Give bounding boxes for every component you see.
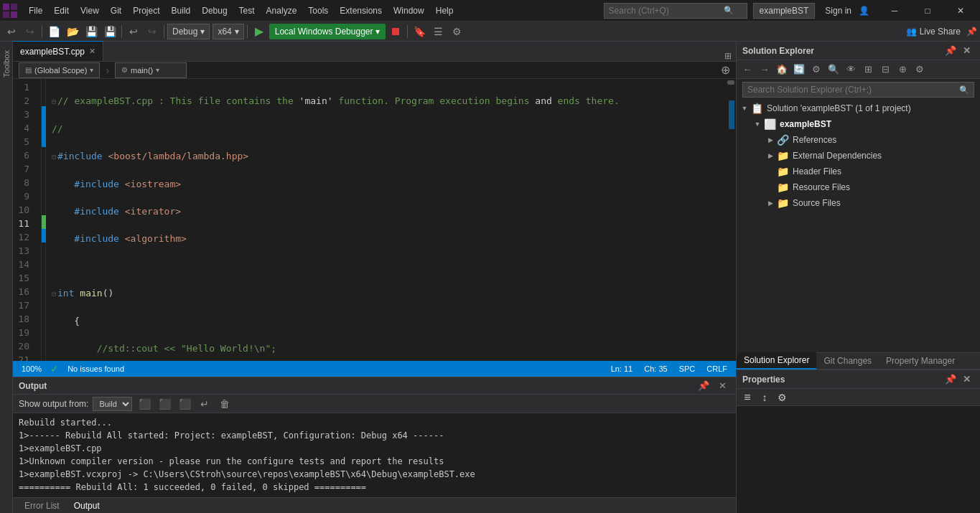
code-editor[interactable]: 1 2 3 4 5 6 7 8 9 10 11 12 13 14 15 16 1…	[13, 79, 736, 361]
output-align-center[interactable]: ⬛	[157, 397, 172, 411]
menu-project[interactable]: Project	[127, 3, 165, 19]
save-all-button[interactable]: 💾	[101, 24, 118, 39]
close-tab-icon[interactable]: ✕	[89, 47, 95, 56]
output-align-right[interactable]: ⬛	[177, 397, 192, 411]
menu-help[interactable]: Help	[430, 3, 459, 19]
redo-button[interactable]: ↪	[144, 24, 161, 39]
save-button[interactable]: 💾	[83, 24, 100, 39]
tree-solution[interactable]: ▼ 📋 Solution 'exampleBST' (1 of 1 projec…	[737, 100, 980, 116]
pin-icon[interactable]: 📌	[966, 27, 977, 37]
se-close-button[interactable]: ✕	[958, 44, 974, 58]
bottom-tab-error-list[interactable]: Error List	[19, 499, 65, 512]
menu-file[interactable]: File	[23, 3, 48, 19]
output-line-5: 1>exampleBST.vcxproj -> C:\Users\CStroh\…	[19, 468, 720, 481]
output-align-left[interactable]: ⬛	[136, 397, 152, 411]
editor-tab-examplebst[interactable]: exampleBST.cpp ✕	[13, 41, 103, 61]
menu-analyze[interactable]: Analyze	[261, 3, 303, 19]
menu-git[interactable]: Git	[105, 3, 127, 19]
editor-scrollbar[interactable]	[726, 79, 736, 361]
output-close-button[interactable]: ✕	[714, 379, 730, 393]
toolbar-extra-1[interactable]: 🔖	[411, 24, 428, 39]
menu-tools[interactable]: Tools	[302, 3, 334, 19]
se-collapse-all[interactable]: ⊟	[877, 62, 893, 77]
platform-dropdown[interactable]: x64 ▾	[213, 24, 243, 39]
resource-expand-icon[interactable]	[765, 182, 775, 192]
tree-references[interactable]: ▶ 🔗 References	[737, 132, 980, 148]
zoom-level[interactable]: 100%	[19, 364, 45, 373]
function-dropdown[interactable]: ⚙ main() ▾	[115, 62, 187, 78]
solution-expand-icon[interactable]: ▼	[739, 103, 750, 113]
se-home[interactable]: 🏠	[774, 62, 790, 77]
status-text[interactable]: No issues found	[65, 364, 127, 373]
prop-categorized-icon[interactable]: ≡	[739, 390, 755, 405]
se-expand-all[interactable]: ⊞	[860, 62, 876, 77]
references-expand-icon[interactable]: ▶	[765, 135, 775, 145]
tree-resource-files[interactable]: 📁 Resource Files	[737, 179, 980, 195]
run-config-button[interactable]: Local Windows Debugger ▾	[269, 24, 386, 39]
back-nav-button[interactable]: ↩	[3, 24, 20, 39]
se-nav-back[interactable]: ←	[739, 62, 755, 77]
signin-button[interactable]: Sign in	[821, 6, 856, 16]
bottom-tab-output[interactable]: Output	[68, 499, 106, 512]
stop-button[interactable]: ⏹	[387, 24, 404, 39]
menu-extensions[interactable]: Extensions	[334, 3, 388, 19]
undo-button[interactable]: ↩	[125, 24, 142, 39]
tree-external-deps[interactable]: ▶ 📁 External Dependencies	[737, 148, 980, 164]
se-tab-git-changes[interactable]: Git Changes	[816, 352, 879, 370]
se-settings[interactable]: ⚙	[808, 62, 824, 77]
menu-view[interactable]: View	[75, 3, 105, 19]
tab-pin-icon[interactable]: ⊞	[720, 51, 736, 61]
minimize-button[interactable]: ─	[878, 0, 911, 22]
output-source-select[interactable]: Build	[93, 397, 132, 411]
se-new-solution[interactable]: ⊕	[895, 62, 910, 77]
new-file-button[interactable]: 📄	[45, 24, 62, 39]
menu-test[interactable]: Test	[233, 3, 261, 19]
tree-source-files[interactable]: ▶ 📁 Source Files	[737, 195, 980, 211]
prop-sort-icon[interactable]: ↕	[757, 390, 773, 405]
menu-build[interactable]: Build	[166, 3, 197, 19]
output-wrap[interactable]: ↵	[197, 397, 213, 411]
global-search-input[interactable]	[609, 6, 724, 16]
se-tab-solution-explorer[interactable]: Solution Explorer	[737, 352, 816, 370]
tree-project[interactable]: ▼ ⬜ exampleBST	[737, 116, 980, 132]
maximize-button[interactable]: □	[911, 0, 944, 22]
header-expand-icon[interactable]	[765, 166, 775, 177]
config-dropdown[interactable]: Debug ▾	[167, 24, 210, 39]
se-search-input[interactable]	[747, 85, 959, 95]
scope-dropdown[interactable]: ▤ (Global Scope) ▾	[19, 62, 100, 78]
close-button[interactable]: ✕	[944, 0, 977, 22]
se-sync[interactable]: 🔄	[791, 62, 807, 77]
ext-deps-expand-icon[interactable]: ▶	[765, 151, 775, 161]
se-props[interactable]: ⚙	[912, 62, 928, 77]
solution-explorer-search[interactable]: 🔍	[742, 82, 974, 98]
toolbar-extra-2[interactable]: ☰	[429, 24, 447, 39]
live-share-button[interactable]: 👥 Live Share	[902, 27, 965, 37]
toolbox-label[interactable]: Toolbox	[1, 44, 12, 83]
menu-debug[interactable]: Debug	[196, 3, 233, 19]
code-content[interactable]: ⊟// exampleBST.cpp : This file contains …	[46, 79, 726, 361]
source-expand-icon[interactable]: ▶	[765, 198, 775, 208]
run-button[interactable]: ▶	[251, 24, 268, 39]
toolbar-extra-3[interactable]: ⚙	[448, 24, 465, 39]
output-scrollbar[interactable]	[726, 413, 736, 497]
project-expand-icon[interactable]: ▼	[752, 119, 762, 129]
output-pin-button[interactable]: 📌	[696, 379, 711, 393]
tree-header-files[interactable]: 📁 Header Files	[737, 164, 980, 179]
se-pin-button[interactable]: 📌	[943, 44, 958, 58]
prop-pin-button[interactable]: 📌	[943, 372, 958, 387]
add-editor-button[interactable]: ⊕	[721, 63, 730, 77]
profile-icon[interactable]: 👤	[856, 6, 872, 16]
prop-settings-icon[interactable]: ⚙	[774, 390, 790, 405]
menu-window[interactable]: Window	[388, 3, 430, 19]
se-tab-property-manager[interactable]: Property Manager	[879, 352, 962, 370]
prop-close-button[interactable]: ✕	[958, 372, 974, 387]
menu-edit[interactable]: Edit	[48, 3, 75, 19]
se-nav-forward[interactable]: →	[757, 62, 773, 77]
global-search-box[interactable]: 🔍	[604, 3, 747, 19]
line-num-19: 19	[13, 326, 35, 339]
open-file-button[interactable]: 📂	[64, 24, 81, 39]
forward-nav-button[interactable]: ↪	[22, 24, 39, 39]
se-filter[interactable]: 🔍	[826, 62, 841, 77]
se-preview[interactable]: 👁	[843, 62, 859, 77]
output-clear[interactable]: 🗑	[217, 397, 233, 411]
